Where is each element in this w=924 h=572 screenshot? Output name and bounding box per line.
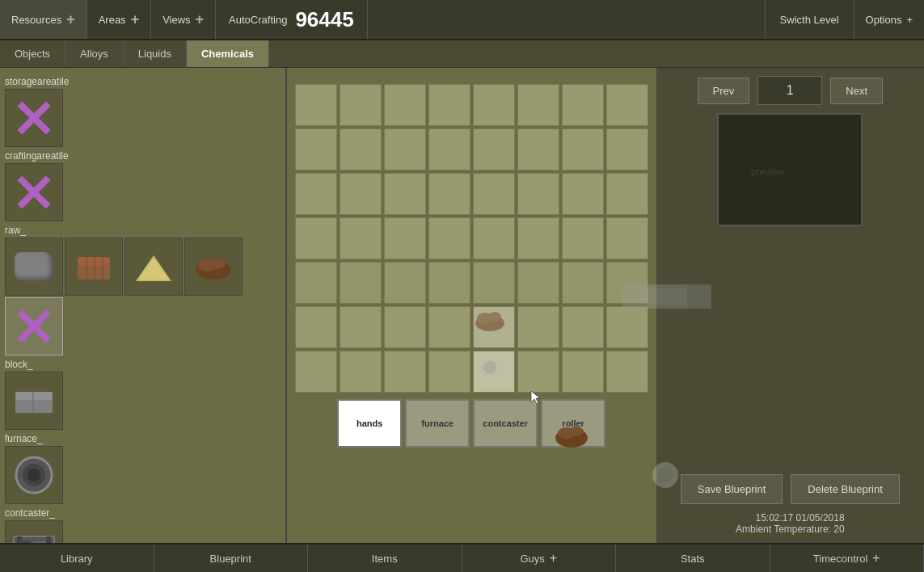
station-tab-roller[interactable]: roller [541,399,605,448]
tab-alloys[interactable]: Alloys [65,40,124,67]
raw-x-item[interactable] [5,297,63,355]
grid-cell[interactable] [473,351,515,393]
raw-dirt-item[interactable] [184,238,243,296]
grid-cell[interactable] [340,217,382,259]
bottom-tab-guys[interactable]: Guys + [462,545,617,572]
raw-wood-item[interactable] [65,238,123,296]
grid-cell[interactable] [562,262,604,304]
autocrafting-label: AutoCrafting [229,14,287,26]
delete-blueprint-button[interactable]: Delete Blueprint [791,474,900,504]
save-blueprint-button[interactable]: Save Blueprint [681,474,783,504]
grid-cell[interactable] [517,84,559,126]
grid-cell[interactable] [428,128,470,170]
next-button[interactable]: Next [830,78,883,104]
craftingareatile-item[interactable] [5,163,63,221]
grid-cell[interactable] [473,217,515,259]
station-tab-hands[interactable]: hands [337,399,402,448]
grid-cell[interactable] [606,128,648,170]
switch-level-btn[interactable]: Swicth Level [765,0,854,39]
grid-cell[interactable] [340,84,382,126]
grid-cell[interactable] [562,351,604,393]
grid-cell[interactable] [428,262,470,304]
grid-cell[interactable] [606,262,648,304]
grid-cell[interactable] [384,262,426,304]
grid-cell[interactable] [340,128,382,170]
bottom-tab-timecontrol[interactable]: Timecontrol + [770,545,925,572]
grid-cell[interactable] [606,84,648,126]
station-tab-furnace[interactable]: furnace [405,399,470,448]
grid-cell[interactable] [384,217,426,259]
grid-cell[interactable] [384,351,426,393]
grid-cell[interactable] [295,351,337,393]
grid-cell[interactable] [295,262,337,304]
grid-cell[interactable] [428,173,470,215]
grid-cell[interactable] [606,173,648,215]
grid-cell[interactable] [517,173,559,215]
grid-cell[interactable] [517,351,559,393]
grid-cell[interactable] [562,173,604,215]
raw-stone-item[interactable] [5,238,63,296]
blueprint-grid [295,84,648,393]
cursor-indicator [530,389,541,406]
grid-cell[interactable] [384,84,426,126]
raw-sand-item[interactable] [124,238,183,296]
grid-cell[interactable] [473,262,515,304]
grid-cell[interactable] [428,351,470,393]
grid-cell[interactable] [384,306,426,348]
grid-cell[interactable] [428,84,470,126]
grid-cell[interactable] [562,84,604,126]
block-label: block_ [5,359,281,370]
options-btn[interactable]: Options + [854,0,924,39]
bottom-tab-stats[interactable]: Stats [616,545,770,572]
areas-btn[interactable]: Areas + [87,0,151,39]
storageareatile-item[interactable] [5,89,63,147]
grid-cell[interactable] [517,306,559,348]
main-layout: storageareatile craftingareatile raw_ [0,68,924,543]
block-item[interactable] [5,372,63,430]
grid-cell[interactable] [428,217,470,259]
svg-rect-20 [17,536,22,543]
cursor-icon [530,389,541,404]
tab-liquids[interactable]: Liquids [124,40,187,67]
grid-cell[interactable] [384,128,426,170]
contcaster-item[interactable] [5,520,63,543]
category-tabs: Objects Alloys Liquids Chemicals [0,40,924,68]
storageareatile-label: storageareatile [5,76,281,87]
grid-cell[interactable] [340,262,382,304]
grid-cell[interactable] [473,128,515,170]
grid-cell[interactable] [562,217,604,259]
grid-cell[interactable] [473,306,515,348]
views-btn[interactable]: Views + [151,0,216,39]
grid-cell[interactable] [340,306,382,348]
grid-cell[interactable] [295,173,337,215]
grid-cell[interactable] [517,217,559,259]
grid-cell[interactable] [428,306,470,348]
grid-cell[interactable] [473,84,515,126]
resources-btn[interactable]: Resources + [0,0,87,39]
grid-cell[interactable] [295,84,337,126]
grid-sprite-circle [474,351,514,386]
grid-cell[interactable] [562,306,604,348]
grid-cell[interactable] [517,128,559,170]
bottom-tab-blueprint[interactable]: Blueprint [154,545,309,572]
grid-cell[interactable] [473,173,515,215]
prev-button[interactable]: Prev [698,78,750,104]
grid-cell[interactable] [517,262,559,304]
bottom-tab-items[interactable]: Items [308,545,462,572]
grid-cell[interactable] [340,351,382,393]
grid-cell[interactable] [606,306,648,348]
tab-objects[interactable]: Objects [0,40,65,67]
furnace-item[interactable] [5,446,63,504]
grid-cell[interactable] [606,217,648,259]
tab-chemicals[interactable]: Chemicals [187,40,269,67]
grid-cell[interactable] [606,351,648,393]
bottom-tabs: Library Blueprint Items Guys + Stats Tim… [0,543,924,572]
grid-cell[interactable] [562,128,604,170]
bottom-tab-library[interactable]: Library [0,545,154,572]
grid-cell[interactable] [340,173,382,215]
station-tab-contcaster[interactable]: contcaster [473,399,538,448]
grid-cell[interactable] [295,306,337,348]
grid-cell[interactable] [295,128,337,170]
grid-cell[interactable] [295,217,337,259]
grid-cell[interactable] [384,173,426,215]
